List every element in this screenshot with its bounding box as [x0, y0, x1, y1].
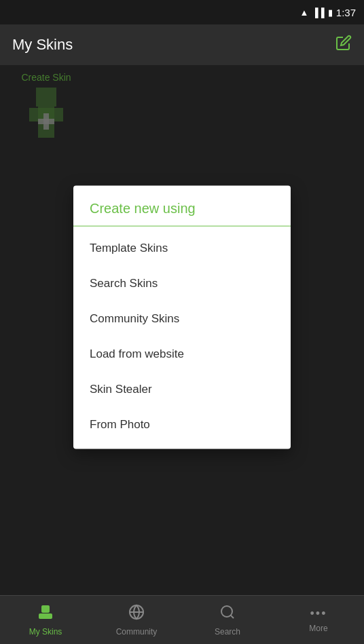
- status-time: 1:37: [336, 7, 356, 18]
- svg-rect-5: [41, 605, 50, 613]
- option-skin-stealer[interactable]: Skin Stealer: [73, 371, 291, 406]
- nav-label-my-skins: My Skins: [29, 627, 62, 637]
- community-icon: [128, 604, 145, 624]
- battery-icon: ▮: [328, 7, 333, 18]
- edit-icon[interactable]: [335, 35, 352, 55]
- app-bar: My Skins: [0, 24, 364, 65]
- nav-label-more: More: [309, 624, 327, 633]
- dialog-title: Create new using: [73, 185, 291, 226]
- option-from-photo[interactable]: From Photo: [73, 406, 291, 442]
- main-content: Create Skin Create new using Tem: [0, 65, 364, 595]
- dialog: Create new using Template Skins Search S…: [73, 185, 291, 449]
- option-template-skins[interactable]: Template Skins: [73, 230, 291, 265]
- nav-item-my-skins[interactable]: My Skins: [0, 604, 91, 637]
- search-icon: [219, 604, 236, 624]
- more-icon: •••: [310, 607, 327, 621]
- option-search-skins[interactable]: Search Skins: [73, 265, 291, 301]
- status-bar: ▲ ▐▐ ▮ 1:37: [0, 0, 364, 24]
- option-community-skins[interactable]: Community Skins: [73, 301, 291, 336]
- nav-label-search: Search: [215, 627, 240, 637]
- app-container: My Skins Create Skin: [0, 24, 364, 644]
- dialog-options: Template Skins Search Skins Community Sk…: [73, 226, 291, 449]
- nav-item-more[interactable]: ••• More: [273, 607, 364, 633]
- wifi-icon: ▲: [300, 7, 309, 18]
- nav-item-search[interactable]: Search: [182, 604, 273, 637]
- bottom-nav: My Skins Community Search ••• More: [0, 595, 364, 644]
- svg-line-9: [231, 615, 234, 618]
- signal-icon: ▐▐: [312, 7, 324, 18]
- status-icons: ▲ ▐▐ ▮ 1:37: [300, 7, 357, 18]
- svg-point-8: [221, 606, 232, 617]
- nav-item-community[interactable]: Community: [91, 604, 182, 637]
- option-load-from-website[interactable]: Load from website: [73, 336, 291, 371]
- my-skins-icon: [37, 604, 54, 624]
- svg-rect-6: [39, 613, 52, 619]
- page-title: My Skins: [12, 36, 73, 54]
- nav-label-community: Community: [116, 627, 158, 637]
